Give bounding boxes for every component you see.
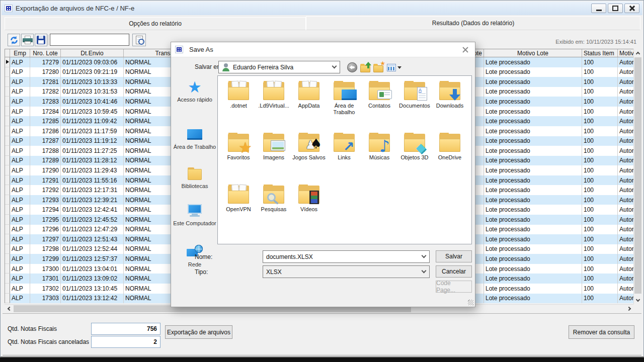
folder-item[interactable]: ◆Objetos 3D: [397, 131, 432, 183]
resize-grip[interactable]: [468, 300, 473, 305]
cell-lote: 17301: [30, 274, 61, 284]
folder-name: AppData: [291, 103, 327, 109]
dialog-close-icon[interactable]: [462, 46, 469, 53]
minimize-button[interactable]: [591, 4, 606, 13]
column-header-motivo_lote[interactable]: Motivo Lote: [484, 49, 582, 57]
folder-item[interactable]: ♪Músicas: [362, 131, 397, 183]
folder-item[interactable]: Contatos: [362, 79, 397, 131]
cell-dt: 01/11/2023 11:29:43: [61, 165, 124, 175]
new-folder-button[interactable]: ★: [373, 62, 385, 73]
exportacao-de-arquivos-button[interactable]: Exportação de arquivos: [165, 325, 232, 339]
scroll-down-button[interactable]: [634, 296, 642, 304]
back-button[interactable]: [346, 62, 358, 73]
folder-item[interactable]: Área de Trabalho: [327, 79, 362, 131]
cell-motivo_lote: Lote processado: [484, 136, 582, 146]
sidebar-item-quick-access[interactable]: ★Acesso rápido: [173, 78, 216, 103]
folder-name: Área de Trabalho: [327, 103, 362, 116]
scroll-left-button[interactable]: [5, 305, 13, 313]
save-button[interactable]: [35, 34, 47, 46]
cell-motivo_item: Autoriz: [618, 57, 633, 67]
scroll-up-button[interactable]: [634, 49, 642, 57]
cell-status_item: 100: [582, 136, 618, 146]
remover-da-consulta-button[interactable]: Remover da consulta: [569, 325, 634, 339]
folder-name: Pesquisas: [256, 206, 291, 213]
folder-item[interactable]: ADocumentos: [397, 79, 432, 131]
folder-name: Objetos 3D: [397, 154, 432, 161]
refresh-icon: [10, 36, 19, 45]
cell-motivo_lote: Lote processado: [484, 77, 582, 87]
cell-lote: 17298: [30, 244, 61, 254]
folder-name: Downloads: [432, 103, 467, 109]
vertical-scroll-thumb[interactable]: [634, 57, 641, 294]
printer-icon: [23, 36, 33, 44]
column-header-motivo_item[interactable]: Motivo Item: [618, 49, 633, 57]
cell-ind: [5, 215, 10, 225]
quick-access-icon: ★: [173, 78, 216, 96]
preview-button[interactable]: [132, 34, 146, 46]
cell-dt: 01/11/2023 11:27:25: [61, 146, 124, 156]
cell-ind: [5, 77, 10, 87]
user-icon: [222, 63, 230, 71]
cell-motivo_lote: Lote processado: [484, 284, 582, 294]
folder-item[interactable]: ↗Links: [327, 131, 362, 183]
cell-status_item: 100: [582, 126, 618, 136]
cancelar-button[interactable]: Cancelar: [436, 265, 472, 278]
cell-motivo_item: Autoriz: [618, 87, 633, 97]
folder-item[interactable]: OpenVPN: [221, 183, 256, 234]
sidebar-item-libraries[interactable]: Bibliotecas: [173, 165, 216, 190]
cell-ind: [5, 165, 10, 175]
sidebar-item-this-pc[interactable]: Este Computador: [173, 202, 216, 227]
up-one-level-button[interactable]: [360, 62, 372, 73]
cell-status_item: 100: [582, 165, 618, 175]
column-header-dt[interactable]: Dt.Envio: [61, 49, 124, 57]
cell-motivo_lote: Lote processado: [484, 244, 582, 254]
folder-item[interactable]: Imagens: [256, 131, 291, 183]
cell-motivo_lote: Lote processado: [484, 165, 582, 175]
cell-dt: 01/11/2023 12:17:31: [61, 185, 124, 195]
qtd-notas-value: 756: [91, 323, 160, 335]
folder-item[interactable]: Pesquisas: [256, 183, 291, 234]
folder-item[interactable]: OneDrive: [432, 131, 467, 183]
folder-item[interactable]: Vídeos: [291, 183, 327, 234]
folder-item[interactable]: .Ld9Virtual...: [256, 79, 291, 131]
cell-status_item: 100: [582, 294, 618, 304]
save-in-combobox[interactable]: Eduardo Ferreira Silva: [218, 61, 340, 73]
folder-item[interactable]: AppData: [291, 79, 327, 131]
cell-lote: 17297: [30, 234, 61, 244]
cell-dt: 01/11/2023 10:13:33: [61, 77, 124, 87]
folder-item[interactable]: Downloads: [432, 79, 467, 131]
folder-item[interactable]: ♠♟Jogos Salvos: [291, 131, 327, 183]
search-input[interactable]: [50, 34, 129, 46]
sidebar-item-desktop[interactable]: Área de Trabalho: [173, 126, 216, 150]
cell-lote: 17287: [30, 136, 61, 146]
refresh-button[interactable]: [8, 34, 20, 46]
column-header-lote[interactable]: Nro. Lote: [30, 49, 61, 57]
view-menu-button[interactable]: [386, 62, 402, 73]
restore-icon: [612, 6, 618, 11]
folder-name: OpenVPN: [221, 206, 256, 213]
scroll-right-button[interactable]: [625, 305, 633, 313]
column-header-emp[interactable]: Emp: [10, 49, 30, 57]
cell-dt: 01/11/2023 09:03:06: [61, 57, 124, 67]
column-header-ind[interactable]: [5, 49, 10, 57]
cell-motivo_lote: Lote processado: [484, 57, 582, 67]
folder-item[interactable]: ★Favoritos: [221, 131, 256, 183]
column-header-status_item[interactable]: Status Item: [582, 49, 618, 57]
cell-status_item: 100: [582, 264, 618, 274]
filename-combobox[interactable]: documents.XLSX: [263, 250, 430, 263]
cell-dt: 01/11/2023 09:21:19: [61, 67, 124, 77]
salvar-button[interactable]: Salvar: [436, 250, 472, 262]
restore-button[interactable]: [608, 4, 623, 13]
print-button[interactable]: [21, 34, 34, 46]
filetype-combobox[interactable]: XLSX: [263, 265, 430, 278]
tab-opcoes-do-relatorio[interactable]: Opções do relatório: [5, 17, 306, 30]
cell-ind: [5, 146, 10, 156]
cell-ind: [5, 294, 10, 304]
dialog-title-bar: Save As: [171, 42, 475, 57]
vertical-scrollbar[interactable]: [633, 49, 641, 304]
close-button[interactable]: [624, 4, 639, 13]
tab-resultado[interactable]: Resultado (Dados do relatório): [306, 16, 640, 30]
folder-name: OneDrive: [432, 154, 467, 161]
cell-motivo_item: Autoriz: [618, 195, 633, 205]
folder-item[interactable]: .dotnet: [221, 79, 256, 131]
